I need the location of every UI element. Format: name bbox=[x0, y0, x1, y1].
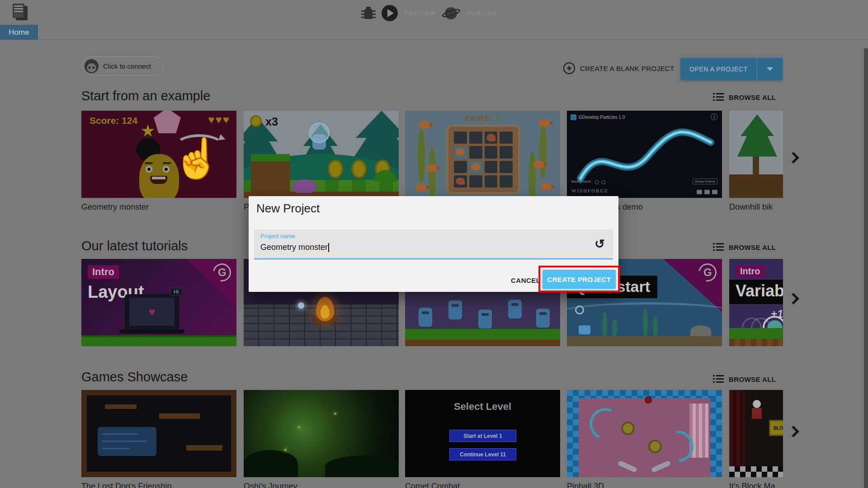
dialog-title: New Project bbox=[256, 202, 320, 216]
create-project-button[interactable]: CREATE PROJECT bbox=[542, 270, 616, 289]
project-name-label: Project name bbox=[260, 233, 295, 239]
app-window: PREVIEW PUBLISH Home Click to connect + … bbox=[0, 0, 868, 488]
refresh-icon[interactable]: ↻ bbox=[594, 237, 605, 251]
project-name-value: Geometry monster bbox=[260, 243, 329, 252]
new-project-dialog: New Project Project name Geometry monste… bbox=[249, 196, 618, 292]
text-cursor bbox=[328, 243, 329, 252]
project-name-input[interactable]: Project name Geometry monster ↻ bbox=[254, 230, 613, 259]
cancel-button[interactable]: CANCEL bbox=[507, 274, 544, 287]
vertical-scrollbar[interactable] bbox=[864, 48, 868, 488]
